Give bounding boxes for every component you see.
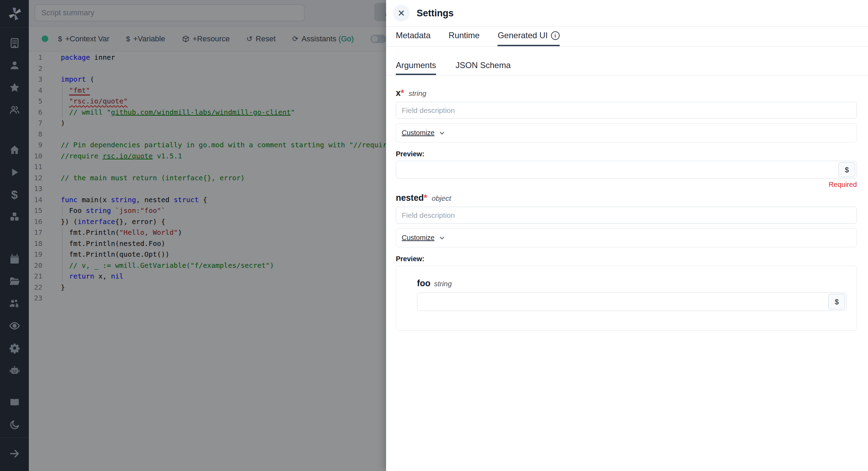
customize-box-x: Customize — [396, 123, 857, 142]
child-label-row: foo string — [417, 278, 847, 288]
child-input-wrap: $ — [417, 292, 847, 311]
chevron-down-icon — [439, 234, 445, 241]
subtab-json-schema[interactable]: JSON Schema — [456, 60, 511, 75]
arg-section-x: x* string Customize Preview: $ Required — [396, 88, 857, 189]
drawer-title: Settings — [417, 8, 454, 19]
chevron-down-icon — [439, 130, 445, 137]
child-input-foo[interactable] — [417, 293, 826, 311]
generated-ui-subtabs: Arguments JSON Schema — [386, 47, 868, 75]
arg-type: object — [432, 194, 451, 203]
tab-generated-ui-label: Generated UI — [498, 31, 548, 40]
tab-generated-ui[interactable]: Generated UI i — [498, 31, 559, 46]
close-icon[interactable]: ✕ — [393, 5, 410, 22]
customize-toggle-x[interactable]: Customize — [402, 129, 434, 137]
info-icon[interactable]: i — [551, 31, 560, 40]
customize-toggle-nested[interactable]: Customize — [402, 234, 434, 242]
arg-name: x — [396, 88, 401, 98]
preview-input-x[interactable] — [396, 161, 836, 178]
arg-type: string — [409, 89, 426, 98]
customize-box-nested: Customize — [396, 228, 857, 247]
preview-label-nested: Preview: — [396, 255, 857, 263]
field-description-input-x[interactable] — [396, 102, 857, 119]
required-asterisk: * — [424, 193, 427, 203]
preview-label-x: Preview: — [396, 150, 857, 158]
object-preview-box: foo string $ — [396, 266, 857, 331]
subtab-arguments[interactable]: Arguments — [396, 60, 436, 75]
tab-metadata[interactable]: Metadata — [396, 31, 431, 46]
tab-runtime[interactable]: Runtime — [449, 31, 479, 46]
app-root: $ — [0, 0, 868, 471]
arg-label-row: x* string — [396, 88, 857, 98]
child-type: string — [434, 280, 452, 288]
required-note: Required — [396, 181, 857, 189]
preview-input-wrap-x: $ — [396, 161, 857, 179]
insert-variable-button-foo[interactable]: $ — [828, 294, 845, 309]
arguments-panel: x* string Customize Preview: $ Required — [386, 75, 868, 331]
arg-section-nested: nested* object Customize Preview: foo st… — [396, 193, 857, 331]
arg-label-row: nested* object — [396, 193, 857, 203]
child-name: foo — [417, 278, 431, 288]
field-description-input-nested[interactable] — [396, 207, 857, 224]
insert-variable-button-x[interactable]: $ — [838, 162, 855, 177]
drawer-header: ✕ Settings — [386, 0, 868, 27]
arg-name: nested — [396, 193, 424, 203]
settings-drawer: ✕ Settings Metadata Runtime Generated UI… — [386, 0, 868, 471]
required-asterisk: * — [401, 88, 404, 98]
settings-tabs: Metadata Runtime Generated UI i — [386, 27, 868, 47]
